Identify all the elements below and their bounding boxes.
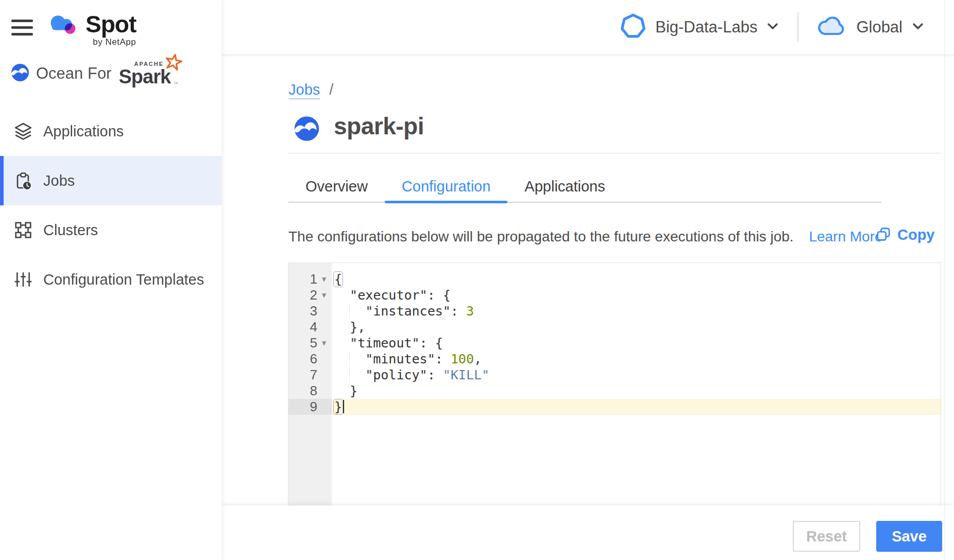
fold-arrow-icon[interactable]: ▾ — [317, 274, 331, 285]
code-token: 3 — [466, 304, 474, 319]
sidebar-item-label: Clusters — [43, 222, 98, 239]
code-token: "minutes": — [365, 352, 451, 366]
copy-label: Copy — [897, 226, 935, 243]
window-right-edge — [944, 0, 945, 560]
sliders-icon — [13, 270, 33, 289]
sidebar-item-configuration-templates[interactable]: Configuration Templates — [0, 255, 222, 304]
breadcrumb: Jobs / — [288, 81, 333, 98]
save-button[interactable]: Save — [876, 521, 942, 552]
workspace-switcher[interactable]: Big-Data-Labs — [620, 13, 779, 41]
gutter-line-9[interactable]: 9 — [288, 399, 332, 415]
code-line-7[interactable]: "policy": "KILL" — [332, 367, 941, 383]
code-line-6[interactable]: "minutes": 100, — [332, 351, 941, 367]
code-line-8[interactable]: } — [332, 383, 941, 399]
text-cursor — [343, 400, 344, 413]
configuration-description: The configurations below will be propaga… — [288, 229, 883, 245]
editor-code-area[interactable]: { "executor": { "instances": 3 }, "timeo… — [332, 263, 941, 505]
sidebar-item-label: Jobs — [43, 172, 75, 189]
code-token — [349, 367, 365, 382]
fold-arrow-icon[interactable]: ▾ — [317, 338, 331, 348]
code-line-4[interactable]: }, — [332, 319, 941, 335]
gutter-line-2[interactable]: 2▾ — [288, 287, 332, 303]
page-title: spark-pi — [334, 112, 424, 140]
app-root: Spot by NetApp Ocean For APACHE Spark ™ — [0, 0, 954, 560]
gutter-line-6[interactable]: 6 — [288, 351, 332, 367]
code-token: } — [334, 383, 357, 398]
code-token — [349, 304, 365, 319]
code-line-5[interactable]: "timeout": { — [332, 335, 941, 351]
sidebar-item-label: Applications — [43, 123, 124, 140]
code-line-3[interactable]: "instances": 3 — [332, 303, 941, 319]
ocean-for-spark-logo: Ocean For APACHE Spark ™ — [9, 58, 178, 90]
gutter-line-5[interactable]: 5▾ — [288, 335, 332, 351]
tab-applications[interactable]: Applications — [507, 170, 622, 203]
code-line-9[interactable]: } — [332, 399, 941, 415]
code-line-1[interactable]: { — [332, 271, 941, 287]
chevron-down-icon — [912, 22, 924, 32]
workspace-label: Big-Data-Labs — [655, 18, 757, 37]
sidebar-nav: ApplicationsJobsClustersConfiguration Te… — [0, 107, 222, 304]
line-number: 4 — [291, 319, 317, 335]
line-number: 9 — [291, 399, 317, 415]
code-token — [334, 352, 350, 366]
spot-logo: Spot by NetApp — [47, 12, 136, 47]
code-token: "instances": — [365, 304, 466, 319]
line-number: 7 — [291, 367, 317, 383]
code-token: , — [474, 352, 482, 366]
sidebar-item-clusters[interactable]: Clusters — [0, 205, 222, 255]
code-token: } — [333, 399, 343, 415]
reset-button[interactable]: Reset — [793, 521, 860, 552]
gutter-line-4[interactable]: 4 — [288, 319, 332, 335]
chevron-down-icon — [766, 22, 779, 32]
ocean-for-label: Ocean For — [36, 64, 111, 83]
region-label: Global — [856, 18, 902, 37]
hamburger-menu-button[interactable] — [11, 20, 34, 36]
gutter-line-8[interactable]: 8 — [288, 383, 332, 399]
line-number: 3 — [291, 303, 317, 319]
apache-spark-logo: APACHE Spark ™ — [117, 58, 178, 90]
learn-more-link[interactable]: Learn More — [809, 229, 882, 244]
sidebar-item-applications[interactable]: Applications — [0, 107, 222, 156]
code-token: "policy": — [365, 367, 443, 382]
tab-bar: OverviewConfigurationApplications — [288, 170, 881, 203]
fold-arrow-icon[interactable]: ▾ — [317, 290, 331, 301]
gutter-line-3[interactable]: 3 — [288, 303, 332, 319]
tab-overview[interactable]: Overview — [288, 170, 385, 203]
spark-star-icon — [165, 54, 182, 73]
code-token: "executor": { — [334, 288, 451, 303]
line-number: 6 — [291, 351, 317, 367]
footer-action-bar: Reset Save — [222, 505, 954, 560]
gutter-line-1[interactable]: 1▾ — [288, 271, 332, 287]
description-text: The configurations below will be propaga… — [288, 229, 794, 244]
topbar-divider — [797, 12, 798, 42]
breadcrumb-separator: / — [329, 81, 333, 98]
breadcrumb-jobs-link[interactable]: Jobs — [288, 81, 320, 99]
sidebar: Spot by NetApp Ocean For APACHE Spark ™ — [0, 0, 222, 560]
json-config-editor[interactable]: 1▾2▾345▾6789 { "executor": { "instances"… — [288, 262, 941, 505]
cluster-nodes-icon — [13, 221, 33, 239]
sidebar-item-label: Configuration Templates — [43, 271, 204, 288]
line-number: 5 — [291, 335, 317, 351]
editor-gutter: 1▾2▾345▾6789 — [288, 263, 332, 505]
gutter-line-7[interactable]: 7 — [288, 367, 332, 383]
topbar: Big-Data-Labs Global — [222, 0, 954, 55]
brand-byline: by NetApp — [86, 37, 136, 47]
brand-name: Spot — [86, 12, 136, 36]
code-token: 100 — [451, 352, 474, 366]
copy-button[interactable]: Copy — [876, 226, 935, 243]
code-line-2[interactable]: "executor": { — [332, 287, 941, 303]
ocean-wave-icon — [9, 62, 30, 85]
spark-trademark: ™ — [173, 81, 178, 86]
code-token — [334, 367, 350, 382]
sidebar-item-jobs[interactable]: Jobs — [0, 156, 222, 205]
spark-label: Spark — [118, 66, 171, 88]
code-token — [334, 304, 350, 319]
heptagon-icon — [620, 13, 646, 41]
job-wave-icon — [292, 114, 320, 145]
layers-icon — [13, 122, 33, 141]
line-number: 1 — [291, 271, 317, 287]
region-switcher[interactable]: Global — [817, 15, 924, 40]
code-token: "timeout": { — [334, 336, 443, 351]
tab-configuration[interactable]: Configuration — [385, 170, 508, 203]
code-token — [349, 352, 365, 366]
